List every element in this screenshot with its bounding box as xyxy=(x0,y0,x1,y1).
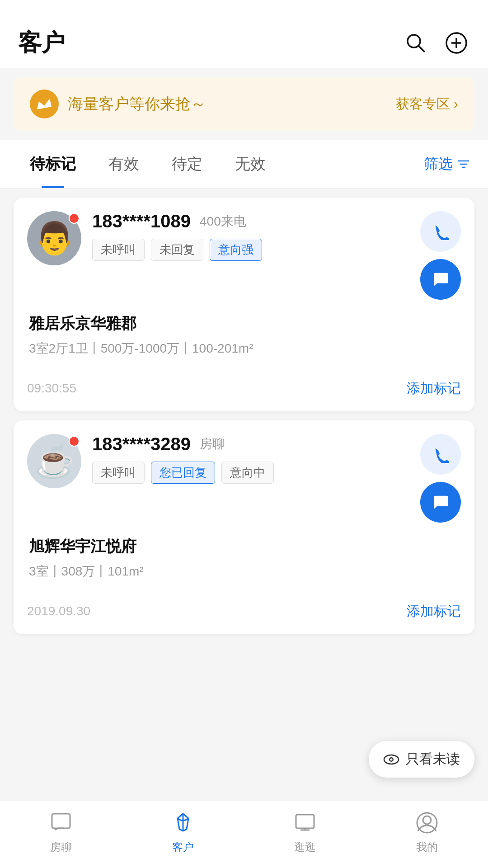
tag-2-0: 未呼叫 xyxy=(92,462,145,484)
tags-row-1: 未呼叫 未回复 意向强 xyxy=(92,239,409,261)
profile-icon xyxy=(414,810,440,835)
property-details-2: 3室丨308万丨101m² xyxy=(29,561,461,582)
customer-list: 183****1089 400来电 未呼叫 未回复 意向强 xyxy=(0,189,488,643)
tab-valid[interactable]: 有效 xyxy=(92,140,155,188)
header-actions xyxy=(402,29,470,57)
nav-label-browse: 逛逛 xyxy=(294,840,316,854)
contact-time-1: 09:30:55 xyxy=(27,381,76,396)
browse-icon xyxy=(292,810,318,835)
banner-text: 海量客户等你来抢～ xyxy=(68,94,206,114)
avatar-wrap-1 xyxy=(27,211,81,265)
add-mark-button-2[interactable]: 添加标记 xyxy=(407,602,461,621)
filter-button[interactable]: 筛选 xyxy=(419,145,474,183)
bottom-navigation: 房聊 客户 逛逛 我的 xyxy=(0,801,488,868)
svg-point-18 xyxy=(423,816,431,824)
property-info-1: 雅居乐京华雅郡 3室2厅1卫丨500万-1000万丨100-201m² xyxy=(27,313,461,359)
message-button-1[interactable] xyxy=(420,259,461,300)
property-info-2: 旭辉华宇江悦府 3室丨308万丨101m² xyxy=(27,536,461,582)
unread-dot-2 xyxy=(69,436,80,447)
card-footer-1: 09:30:55 添加标记 xyxy=(27,370,461,398)
card-footer-2: 2019.09.30 添加标记 xyxy=(27,593,461,621)
svg-point-11 xyxy=(390,758,393,760)
nav-item-customer[interactable]: 客户 xyxy=(122,810,244,854)
customer-card-1[interactable]: 183****1089 400来电 未呼叫 未回复 意向强 xyxy=(14,198,474,411)
customer-phone-2: 183****3289 xyxy=(92,434,191,454)
call-button-2[interactable] xyxy=(420,434,461,475)
message-button-2[interactable] xyxy=(420,482,461,523)
tag-2-2: 意向中 xyxy=(221,462,274,484)
tag-1-2: 意向强 xyxy=(210,239,262,261)
header: 客户 xyxy=(0,0,488,68)
property-details-1: 3室2厅1卫丨500万-1000万丨100-201m² xyxy=(29,339,461,359)
contact-time-2: 2019.09.30 xyxy=(27,604,90,618)
tag-1-0: 未呼叫 xyxy=(92,239,145,261)
promotion-banner[interactable]: 海量客户等你来抢～ 获客专区 › xyxy=(14,77,474,131)
card-actions-2 xyxy=(420,434,461,523)
call-button-1[interactable] xyxy=(420,211,461,252)
avatar-wrap-2 xyxy=(27,434,81,488)
tab-pending-mark[interactable]: 待标记 xyxy=(14,140,92,188)
unread-dot-1 xyxy=(69,213,80,224)
tab-pending[interactable]: 待定 xyxy=(155,140,219,188)
unread-filter-label: 只看未读 xyxy=(406,750,460,769)
page-title: 客户 xyxy=(18,27,65,59)
customer-icon xyxy=(170,810,196,835)
nav-label-customer: 客户 xyxy=(172,840,194,854)
add-mark-button-1[interactable]: 添加标记 xyxy=(407,379,461,398)
banner-link[interactable]: 获客专区 › xyxy=(396,95,458,113)
nav-label-chat: 房聊 xyxy=(50,840,72,854)
chat-icon xyxy=(48,810,74,835)
property-name-2: 旭辉华宇江悦府 xyxy=(29,536,461,557)
tab-bar: 待标记 有效 待定 无效 筛选 xyxy=(0,140,488,189)
filter-label: 筛选 xyxy=(424,154,453,174)
card-actions-1 xyxy=(420,211,461,300)
nav-label-profile: 我的 xyxy=(416,840,438,854)
tag-2-1: 您已回复 xyxy=(151,462,215,484)
nav-item-profile[interactable]: 我的 xyxy=(366,810,488,854)
search-button[interactable] xyxy=(402,29,429,57)
add-button[interactable] xyxy=(443,29,470,57)
tabs: 待标记 有效 待定 无效 xyxy=(14,140,419,188)
svg-rect-12 xyxy=(52,814,70,828)
svg-rect-14 xyxy=(296,815,314,828)
customer-source-2: 房聊 xyxy=(200,435,225,453)
svg-marker-5 xyxy=(37,99,52,109)
unread-filter-button[interactable]: 只看未读 xyxy=(369,741,474,778)
customer-card-2[interactable]: 183****3289 房聊 未呼叫 您已回复 意向中 xyxy=(14,420,474,634)
crown-icon xyxy=(30,90,59,118)
property-name-1: 雅居乐京华雅郡 xyxy=(29,313,461,334)
customer-source-1: 400来电 xyxy=(200,213,246,230)
tags-row-2: 未呼叫 您已回复 意向中 xyxy=(92,462,409,484)
svg-point-0 xyxy=(408,35,420,47)
tab-invalid[interactable]: 无效 xyxy=(219,140,282,188)
svg-line-1 xyxy=(418,46,425,52)
customer-phone-1: 183****1089 xyxy=(92,211,191,231)
nav-item-browse[interactable]: 逛逛 xyxy=(244,810,366,854)
tag-1-1: 未回复 xyxy=(151,239,203,261)
nav-item-chat[interactable]: 房聊 xyxy=(0,810,122,854)
